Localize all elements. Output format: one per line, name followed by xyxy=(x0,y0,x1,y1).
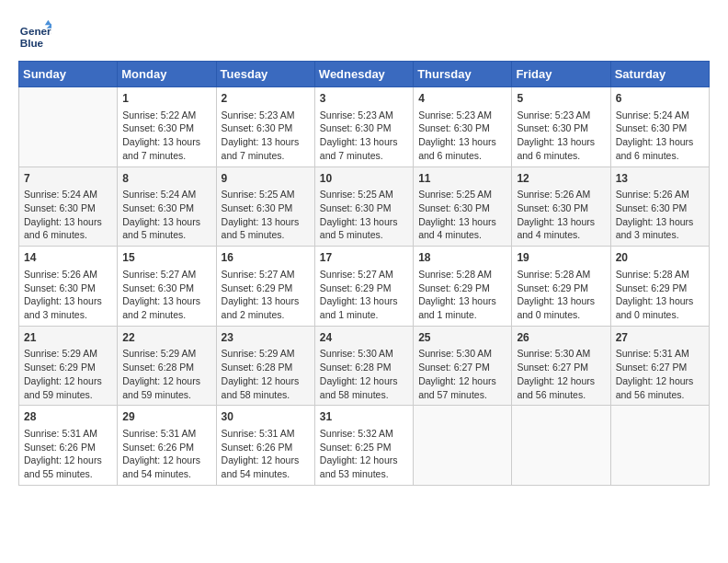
logo: General Blue xyxy=(18,18,51,52)
col-header-monday: Monday xyxy=(118,62,216,87)
cell-data-line: Sunset: 6:29 PM xyxy=(24,361,112,374)
cell-data-line: and 1 minute. xyxy=(320,308,408,322)
calendar-cell: 17Sunrise: 5:27 AMSunset: 6:29 PMDayligh… xyxy=(314,247,413,327)
cell-data-line: Sunset: 6:29 PM xyxy=(418,282,506,295)
calendar-cell: 15Sunrise: 5:27 AMSunset: 6:30 PMDayligh… xyxy=(118,247,216,327)
cell-data-line: Daylight: 12 hours xyxy=(418,374,506,388)
cell-data-line: Daylight: 12 hours xyxy=(122,374,210,388)
cell-data-line: Sunrise: 5:29 AM xyxy=(24,347,112,361)
day-number: 22 xyxy=(122,330,210,346)
cell-data-line: Daylight: 12 hours xyxy=(616,374,704,388)
cell-data-line: and 2 minutes. xyxy=(222,308,310,322)
cell-data-line: Sunrise: 5:24 AM xyxy=(122,188,210,201)
day-number: 13 xyxy=(616,171,704,187)
cell-data-line: Sunrise: 5:30 AM xyxy=(517,347,605,361)
day-number: 4 xyxy=(418,91,506,107)
cell-data-line: and 55 minutes. xyxy=(24,467,112,481)
cell-data-line: Sunrise: 5:23 AM xyxy=(418,109,506,122)
cell-data-line: Sunset: 6:28 PM xyxy=(122,361,210,374)
cell-data-line: Sunrise: 5:31 AM xyxy=(222,427,310,441)
cell-data-line: Sunrise: 5:30 AM xyxy=(418,347,506,361)
calendar-cell: 25Sunrise: 5:30 AMSunset: 6:27 PMDayligh… xyxy=(414,326,512,406)
cell-data-line: Daylight: 13 hours xyxy=(616,215,704,229)
cell-data-line: Sunset: 6:28 PM xyxy=(222,361,310,374)
cell-data-line: Sunrise: 5:29 AM xyxy=(222,347,310,361)
calendar-cell: 4Sunrise: 5:23 AMSunset: 6:30 PMDaylight… xyxy=(414,87,512,167)
cell-data-line: and 6 minutes. xyxy=(24,228,112,242)
cell-data-line: Sunrise: 5:24 AM xyxy=(616,109,704,122)
page-header: General Blue xyxy=(18,18,710,52)
day-number: 1 xyxy=(122,91,210,107)
calendar-cell: 31Sunrise: 5:32 AMSunset: 6:25 PMDayligh… xyxy=(314,406,413,486)
cell-data-line: Sunset: 6:29 PM xyxy=(517,282,605,295)
calendar-body: 1Sunrise: 5:22 AMSunset: 6:30 PMDaylight… xyxy=(19,87,710,486)
cell-data-line: Daylight: 13 hours xyxy=(222,294,310,308)
calendar-cell: 7Sunrise: 5:24 AMSunset: 6:30 PMDaylight… xyxy=(19,167,118,247)
cell-data-line: Daylight: 12 hours xyxy=(517,374,605,388)
cell-data-line: and 59 minutes. xyxy=(122,388,210,402)
cell-data-line: Sunrise: 5:25 AM xyxy=(418,188,506,201)
cell-data-line: Daylight: 13 hours xyxy=(24,294,112,308)
calendar-week-1: 1Sunrise: 5:22 AMSunset: 6:30 PMDaylight… xyxy=(19,87,710,167)
day-number: 11 xyxy=(418,171,506,187)
cell-data-line: Sunset: 6:30 PM xyxy=(122,282,210,295)
cell-data-line: Sunrise: 5:31 AM xyxy=(122,427,210,441)
cell-data-line: Sunrise: 5:27 AM xyxy=(222,268,310,282)
cell-data-line: Sunrise: 5:24 AM xyxy=(24,188,112,201)
cell-data-line: Daylight: 13 hours xyxy=(122,294,210,308)
calendar-cell: 26Sunrise: 5:30 AMSunset: 6:27 PMDayligh… xyxy=(512,326,610,406)
cell-data-line: Sunset: 6:30 PM xyxy=(616,201,704,215)
calendar-cell: 21Sunrise: 5:29 AMSunset: 6:29 PMDayligh… xyxy=(19,326,118,406)
calendar-cell: 10Sunrise: 5:25 AMSunset: 6:30 PMDayligh… xyxy=(314,167,413,247)
cell-data-line: Daylight: 13 hours xyxy=(517,135,605,149)
day-number: 17 xyxy=(320,250,408,266)
cell-data-line: Daylight: 13 hours xyxy=(320,294,408,308)
day-number: 9 xyxy=(222,171,310,187)
calendar-cell xyxy=(19,87,118,167)
day-number: 3 xyxy=(320,91,408,107)
cell-data-line: and 2 minutes. xyxy=(122,308,210,322)
col-header-saturday: Saturday xyxy=(610,62,709,87)
calendar-table: SundayMondayTuesdayWednesdayThursdayFrid… xyxy=(18,61,710,486)
cell-data-line: Daylight: 13 hours xyxy=(418,294,506,308)
calendar-cell: 16Sunrise: 5:27 AMSunset: 6:29 PMDayligh… xyxy=(216,247,314,327)
cell-data-line: and 3 minutes. xyxy=(24,308,112,322)
cell-data-line: Daylight: 13 hours xyxy=(222,215,310,229)
day-number: 8 xyxy=(122,171,210,187)
day-number: 2 xyxy=(222,91,310,107)
cell-data-line: Sunset: 6:26 PM xyxy=(222,441,310,454)
day-number: 18 xyxy=(418,250,506,266)
calendar-cell xyxy=(610,406,709,486)
cell-data-line: Daylight: 13 hours xyxy=(418,135,506,149)
day-number: 31 xyxy=(320,409,408,425)
calendar-cell: 1Sunrise: 5:22 AMSunset: 6:30 PMDaylight… xyxy=(118,87,216,167)
cell-data-line: Sunrise: 5:29 AM xyxy=(122,347,210,361)
day-number: 23 xyxy=(222,330,310,346)
calendar-cell: 28Sunrise: 5:31 AMSunset: 6:26 PMDayligh… xyxy=(19,406,118,486)
logo-icon: General Blue xyxy=(18,18,51,52)
svg-text:General: General xyxy=(20,25,51,37)
cell-data-line: Sunset: 6:28 PM xyxy=(320,361,408,374)
cell-data-line: and 1 minute. xyxy=(418,308,506,322)
calendar-cell: 2Sunrise: 5:23 AMSunset: 6:30 PMDaylight… xyxy=(216,87,314,167)
cell-data-line: Sunrise: 5:31 AM xyxy=(616,347,704,361)
cell-data-line: Daylight: 13 hours xyxy=(616,294,704,308)
cell-data-line: Daylight: 12 hours xyxy=(24,454,112,467)
day-number: 14 xyxy=(24,250,112,266)
cell-data-line: Sunset: 6:27 PM xyxy=(517,361,605,374)
cell-data-line: Daylight: 12 hours xyxy=(122,454,210,467)
cell-data-line: and 3 minutes. xyxy=(616,228,704,242)
cell-data-line: Sunrise: 5:25 AM xyxy=(320,188,408,201)
day-number: 30 xyxy=(222,409,310,425)
calendar-cell: 8Sunrise: 5:24 AMSunset: 6:30 PMDaylight… xyxy=(118,167,216,247)
day-number: 6 xyxy=(616,91,704,107)
cell-data-line: Sunset: 6:30 PM xyxy=(517,201,605,215)
cell-data-line: Sunset: 6:30 PM xyxy=(122,121,210,135)
cell-data-line: Sunset: 6:30 PM xyxy=(320,201,408,215)
day-number: 20 xyxy=(616,250,704,266)
cell-data-line: Sunset: 6:26 PM xyxy=(24,441,112,454)
calendar-header-row: SundayMondayTuesdayWednesdayThursdayFrid… xyxy=(19,62,710,87)
cell-data-line: and 4 minutes. xyxy=(517,228,605,242)
cell-data-line: and 53 minutes. xyxy=(320,467,408,481)
cell-data-line: Daylight: 12 hours xyxy=(222,374,310,388)
